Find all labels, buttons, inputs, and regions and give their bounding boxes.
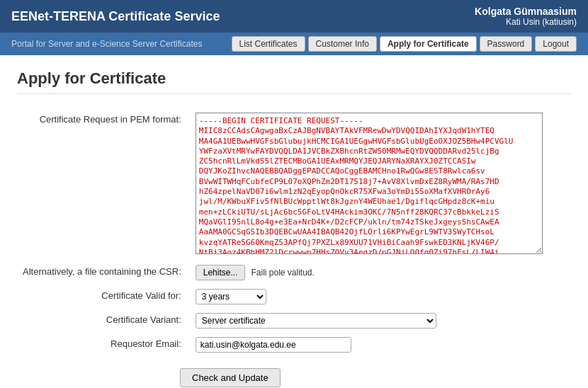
file-upload-row: Lehitse... Faili pole valitud. <box>196 265 565 280</box>
pem-label: Certificate Request in PEM format: <box>17 108 190 261</box>
nav-logout[interactable]: Logout <box>535 36 577 52</box>
submit-button[interactable]: Check and Update <box>180 368 281 387</box>
variant-select[interactable]: Server certificatee-Science Server certi… <box>196 313 436 329</box>
nav-password[interactable]: Password <box>480 36 533 52</box>
file-row: Alternatively, a file containing the CSR… <box>17 261 571 285</box>
nav-customer-info[interactable]: Customer Info <box>308 36 377 52</box>
email-cell <box>190 333 571 357</box>
email-input[interactable] <box>196 337 351 353</box>
valid-cell: 1 year2 years3 years <box>190 285 571 309</box>
user-name: Kati Usin (katiusin) <box>475 17 577 27</box>
submit-row: Check and Update <box>17 368 571 387</box>
valid-select[interactable]: 1 year2 years3 years <box>196 289 266 304</box>
form-table: Certificate Request in PEM format: Alter… <box>17 108 571 357</box>
variant-label: Certificate Variant: <box>17 309 190 333</box>
header-nav: Portal for Server and e-Science Server C… <box>0 33 588 55</box>
nav-apply-cert[interactable]: Apply for Certificate <box>380 36 477 52</box>
user-info: Kolgata Gümnaasium Kati Usin (katiusin) <box>475 6 577 27</box>
variant-row: Certificate Variant: Server certificatee… <box>17 309 571 333</box>
app-subtitle: Portal for Server and e-Science Server C… <box>11 39 202 49</box>
valid-label: Certificate Valid for: <box>17 285 190 309</box>
file-label: Alternatively, a file containing the CSR… <box>17 261 190 285</box>
app-title: EENet-TERENA Certificate Service <box>11 9 220 24</box>
file-status: Faili pole valitud. <box>251 268 314 278</box>
file-browse-button[interactable]: Lehitse... <box>196 265 246 280</box>
valid-row: Certificate Valid for: 1 year2 years3 ye… <box>17 285 571 309</box>
nav-buttons: List Certificates Customer Info Apply fo… <box>232 36 577 52</box>
email-label: Requestor Email: <box>17 333 190 357</box>
email-row: Requestor Email: <box>17 333 571 357</box>
variant-cell: Server certificatee-Science Server certi… <box>190 309 571 333</box>
pem-textarea[interactable] <box>196 113 543 254</box>
page-title: Apply for Certificate <box>17 69 571 94</box>
file-cell: Lehitse... Faili pole valitud. <box>190 261 571 285</box>
user-org: Kolgata Gümnaasium <box>475 6 577 17</box>
nav-list-certs[interactable]: List Certificates <box>232 36 305 52</box>
pem-row: Certificate Request in PEM format: <box>17 108 571 261</box>
pem-cell <box>190 108 571 261</box>
header-top: EENet-TERENA Certificate Service Kolgata… <box>0 0 588 33</box>
main-content: Apply for Certificate Certificate Reques… <box>0 55 588 388</box>
